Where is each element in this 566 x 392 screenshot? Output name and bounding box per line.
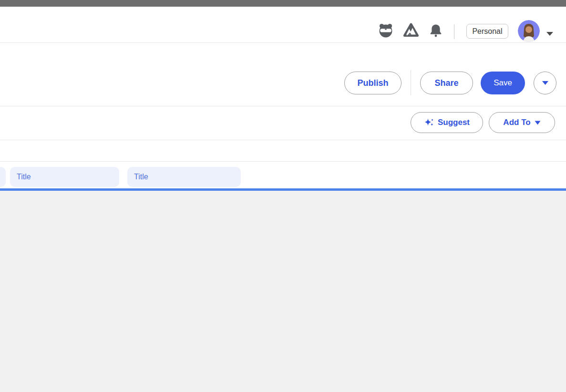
tab-title-1[interactable]: Title <box>10 167 119 187</box>
tab-title-2[interactable]: Title <box>127 167 241 187</box>
save-button[interactable]: Save <box>481 72 525 94</box>
utility-divider <box>454 24 454 39</box>
utility-bar: Personal <box>0 7 566 43</box>
chevron-down-icon <box>542 81 549 85</box>
save-label: Save <box>494 78 512 88</box>
publish-button[interactable]: Publish <box>344 72 401 94</box>
canvas-section: Activity TypeAsset NameActivity DateFlow… <box>0 191 566 392</box>
window-top-strip <box>0 0 566 7</box>
suggest-label: Suggest <box>438 118 470 127</box>
notifications-bell-icon[interactable] <box>428 23 443 38</box>
publish-label: Publish <box>357 78 388 88</box>
section-divider <box>0 106 566 106</box>
workspace-selector-button[interactable]: Personal <box>466 24 508 39</box>
actions-divider <box>411 70 411 95</box>
tab-label: Title <box>17 173 31 181</box>
add-to-button[interactable]: Add To <box>489 112 555 133</box>
share-label: Share <box>434 78 458 88</box>
user-menu-caret-icon[interactable] <box>546 30 554 34</box>
einstein-assistant-icon[interactable] <box>378 22 394 39</box>
save-options-dropdown-button[interactable] <box>534 72 556 94</box>
share-button[interactable]: Share <box>420 72 473 94</box>
avatar[interactable] <box>518 20 540 42</box>
tab-fragment[interactable] <box>0 167 6 187</box>
trailhead-icon[interactable] <box>403 22 419 39</box>
tab-label: Title <box>134 173 148 181</box>
chevron-down-icon <box>535 121 541 125</box>
workspace-label: Personal <box>472 27 502 36</box>
sparkle-icon <box>424 118 434 128</box>
suggest-button[interactable]: Suggest <box>411 112 483 133</box>
section-divider <box>0 161 566 162</box>
section-divider <box>0 140 566 140</box>
add-to-label: Add To <box>503 118 530 127</box>
